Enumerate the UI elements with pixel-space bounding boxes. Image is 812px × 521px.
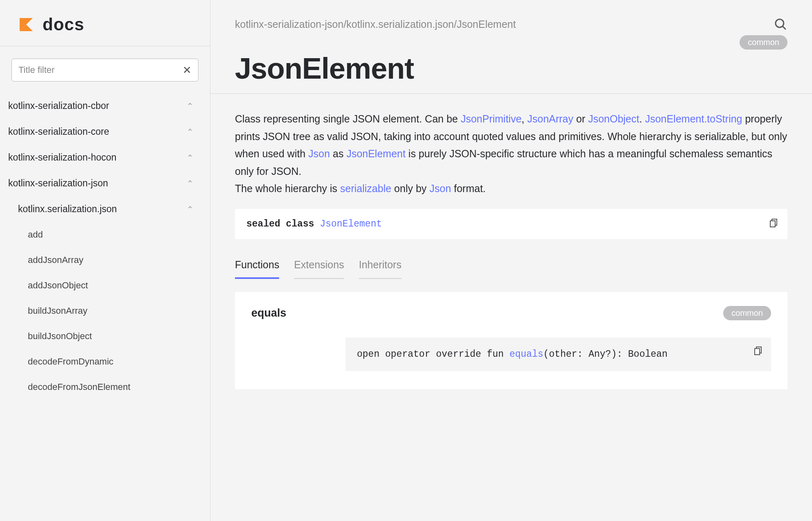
nav-item-buildjsonobject[interactable]: buildJsonObject (0, 324, 210, 349)
nav-label: kotlinx-serialization-json (8, 178, 108, 189)
nav-label: addJsonObject (28, 280, 88, 291)
nav-label: addJsonArray (28, 255, 83, 265)
nav-label: decodeFromDynamic (28, 356, 113, 367)
desc-text: only by (391, 183, 429, 194)
desc-text: . (639, 113, 645, 125)
nav-label: decodeFromJsonElement (28, 382, 131, 392)
filter-input-wrapper[interactable]: ✕ (11, 59, 198, 82)
desc-text: , (521, 113, 527, 125)
desc-text: Class representing single JSON element. … (235, 113, 461, 125)
svg-line-3 (783, 26, 786, 29)
member-header: equals common (251, 306, 771, 320)
copy-icon[interactable] (769, 218, 778, 228)
keyword: sealed class (246, 219, 320, 229)
sig-function-name[interactable]: equals (510, 349, 544, 360)
link-jsonelement[interactable]: JsonElement (346, 148, 406, 159)
page-title: JsonElement (235, 52, 414, 85)
sig-modifiers: open operator override fun (357, 349, 510, 360)
topbar: kotlinx-serialization-json/kotlinx.seria… (210, 0, 812, 43)
member-signature: open operator override fun equals(other:… (345, 338, 771, 371)
chevron-up-icon: ⌃ (187, 179, 194, 188)
nav-item-buildjsonarray[interactable]: buildJsonArray (0, 298, 210, 324)
svg-rect-5 (770, 221, 775, 227)
member-tabs: Functions Extensions Inheritors (235, 259, 787, 279)
nav-label: kotlinx-serialization-core (8, 126, 109, 137)
kotlin-logo-icon (18, 16, 34, 33)
platform-badge: common (740, 35, 787, 50)
chevron-up-icon: ⌃ (187, 204, 194, 214)
nav-item-addjsonarray[interactable]: addJsonArray (0, 247, 210, 273)
docs-logo-text: docs (43, 15, 84, 34)
chevron-up-icon: ⌃ (187, 127, 194, 137)
nav-item-decodefromdynamic[interactable]: decodeFromDynamic (0, 349, 210, 374)
link-jsonarray[interactable]: JsonArray (527, 113, 573, 125)
search-icon[interactable] (774, 17, 787, 31)
filter-section: ✕ (0, 46, 210, 89)
chevron-up-icon: ⌃ (187, 101, 194, 111)
copy-icon[interactable] (753, 346, 763, 356)
nav-item-add[interactable]: add (0, 222, 210, 247)
desc-text: or (573, 113, 588, 125)
nav-group-hocon[interactable]: kotlinx-serialization-hocon ⌃ (0, 145, 210, 170)
nav-group-json[interactable]: kotlinx-serialization-json ⌃ (0, 170, 210, 196)
nav-label: kotlinx-serialization-hocon (8, 152, 117, 163)
nav-item-addjsonobject[interactable]: addJsonObject (0, 273, 210, 298)
title-row: JsonElement common (210, 43, 812, 94)
nav-item-decodefromjsonelement[interactable]: decodeFromJsonElement (0, 374, 210, 400)
nav-group-cbor[interactable]: kotlinx-serialization-cbor ⌃ (0, 93, 210, 119)
tab-functions[interactable]: Functions (235, 259, 279, 279)
link-json[interactable]: Json (308, 148, 330, 159)
chevron-up-icon: ⌃ (187, 153, 194, 163)
type-name[interactable]: JsonElement (320, 219, 382, 229)
tab-inheritors[interactable]: Inheritors (359, 259, 401, 279)
desc-text: The whole hierarchy is (235, 183, 340, 194)
class-signature: sealed class JsonElement (235, 209, 787, 239)
nav-label: buildJsonArray (28, 306, 88, 316)
title-filter-input[interactable] (18, 65, 183, 75)
clear-icon[interactable]: ✕ (183, 64, 192, 77)
member-card-equals: equals common open operator override fun… (235, 292, 787, 390)
breadcrumb[interactable]: kotlinx-serialization-json/kotlinx.seria… (235, 18, 516, 30)
platform-badge: common (723, 306, 771, 320)
nav-tree: kotlinx-serialization-cbor ⌃ kotlinx-ser… (0, 89, 210, 521)
nav-package-json[interactable]: kotlinx.serialization.json ⌃ (0, 196, 210, 222)
sidebar-header: docs (0, 0, 210, 46)
link-serializable[interactable]: serializable (340, 183, 391, 194)
desc-text: as (330, 148, 346, 159)
nav-group-core[interactable]: kotlinx-serialization-core ⌃ (0, 119, 210, 145)
nav-label: buildJsonObject (28, 331, 92, 342)
sig-params: (other: Any?): Boolean (544, 349, 668, 360)
description: Class representing single JSON element. … (235, 110, 787, 197)
nav-label: kotlinx-serialization-cbor (8, 100, 109, 111)
sidebar: docs ✕ kotlinx-serialization-cbor ⌃ kotl… (0, 0, 210, 521)
link-jsonobject[interactable]: JsonObject (588, 113, 639, 125)
link-json-2[interactable]: Json (429, 183, 451, 194)
main-content: kotlinx-serialization-json/kotlinx.seria… (210, 0, 812, 521)
tab-extensions[interactable]: Extensions (294, 259, 344, 279)
svg-rect-7 (755, 349, 760, 355)
svg-point-2 (776, 19, 784, 27)
desc-text: format. (451, 183, 486, 194)
content-body: Class representing single JSON element. … (210, 110, 812, 389)
link-tostring[interactable]: JsonElement.toString (645, 113, 742, 125)
member-name[interactable]: equals (251, 307, 286, 319)
link-jsonprimitive[interactable]: JsonPrimitive (461, 113, 522, 125)
nav-label: kotlinx.serialization.json (18, 204, 117, 215)
nav-label: add (28, 229, 43, 240)
